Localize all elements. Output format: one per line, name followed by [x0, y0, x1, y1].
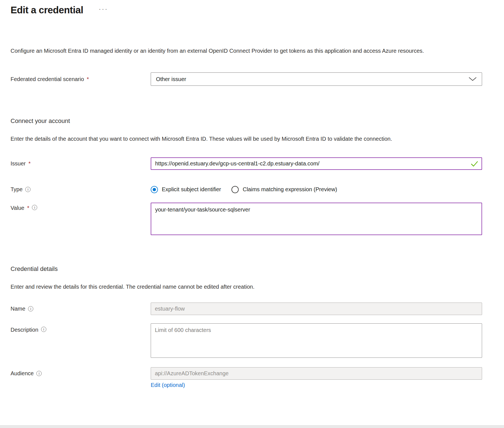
page-title: Edit a credential [11, 4, 83, 16]
required-asterisk: * [28, 160, 31, 167]
info-icon[interactable]: i [36, 371, 42, 376]
audience-input [151, 367, 482, 380]
radio-button-icon [231, 186, 239, 193]
audience-row: Audience i [11, 367, 482, 380]
name-input [151, 303, 482, 315]
radio-claims-matching[interactable]: Claims matching expression (Preview) [231, 186, 337, 193]
issuer-row: Issuer* [11, 157, 482, 170]
name-label: Name i [11, 306, 151, 312]
footer-bar [0, 425, 504, 428]
federated-scenario-select[interactable]: Other issuer [151, 72, 482, 86]
description-textarea[interactable] [151, 323, 482, 358]
name-row: Name i [11, 303, 482, 315]
federated-scenario-label: Federated credential scenario* [11, 76, 151, 82]
info-icon[interactable]: i [41, 327, 46, 332]
connect-account-heading: Connect your account [11, 117, 482, 125]
type-row: Type i Explicit subject identifier Claim… [11, 183, 482, 196]
radio-label: Explicit subject identifier [162, 186, 221, 193]
info-icon[interactable]: i [28, 306, 33, 311]
required-asterisk: * [27, 205, 29, 211]
credential-details-description: Enter and review the details for this cr… [11, 281, 482, 293]
value-row: Value* i your-tenant/your-task/source-sq… [11, 203, 482, 236]
credential-details-heading: Credential details [11, 265, 482, 273]
description-row: Description i [11, 323, 482, 359]
more-options-button[interactable]: ··· [99, 6, 108, 13]
info-icon[interactable]: i [32, 205, 37, 210]
issuer-label: Issuer* [11, 160, 151, 167]
type-radio-group: Explicit subject identifier Claims match… [151, 186, 482, 193]
connect-account-description: Enter the details of the account that yo… [11, 133, 482, 145]
type-label: Type i [11, 186, 151, 193]
audience-label: Audience i [11, 370, 151, 377]
valid-check-icon [471, 160, 478, 167]
issuer-input[interactable] [151, 157, 482, 170]
value-textarea[interactable]: your-tenant/your-task/source-sqlserver [151, 203, 482, 235]
federated-scenario-row: Federated credential scenario* Other iss… [11, 72, 482, 86]
info-icon[interactable]: i [25, 187, 31, 192]
selected-option-label: Other issuer [156, 76, 186, 82]
description-label: Description i [11, 323, 151, 359]
edit-credential-panel: Edit a credential ··· Configure an Micro… [0, 0, 504, 388]
edit-optional-link[interactable]: Edit (optional) [151, 382, 185, 388]
value-label: Value* i [11, 203, 151, 236]
radio-label: Claims matching expression (Preview) [243, 186, 337, 193]
title-row: Edit a credential ··· [11, 4, 482, 16]
chevron-down-icon [468, 77, 477, 81]
radio-button-selected-icon [151, 186, 158, 193]
required-asterisk: * [87, 76, 89, 82]
radio-explicit-subject[interactable]: Explicit subject identifier [151, 186, 221, 193]
intro-text: Configure an Microsoft Entra ID managed … [11, 45, 482, 57]
edit-link-row: Edit (optional) [151, 382, 482, 388]
